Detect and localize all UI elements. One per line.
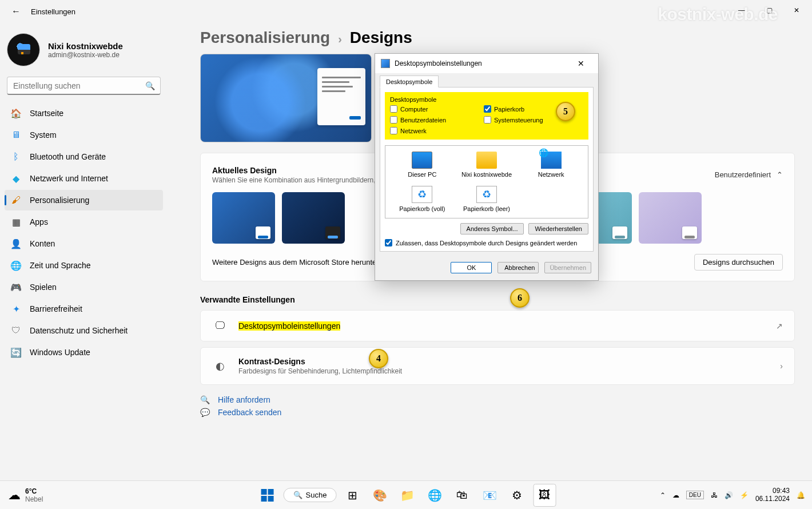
fieldset-title: Desktopsymbole	[390, 96, 583, 103]
allow-themes-checkbox[interactable]: Zulassen, dass Desktopsymbole durch Desi…	[385, 239, 588, 246]
contrast-icon: ◐	[212, 360, 228, 372]
annotation-4: 4	[369, 349, 388, 368]
desktop-icon-dialog: Desktopsymboleinstellungen ✕ Desktopsymb…	[375, 53, 599, 281]
nav-icon: ᛒ	[10, 151, 22, 162]
close-button[interactable]: ✕	[785, 2, 809, 18]
chevron-right-icon: ›	[338, 33, 342, 46]
battery-icon[interactable]: ⚡	[740, 491, 749, 499]
nav-icon: 🔄	[10, 347, 22, 358]
taskbar-search[interactable]: 🔍Suche	[284, 488, 337, 502]
sidebar-item-konten[interactable]: 👤Konten	[5, 233, 163, 254]
sidebar-item-barrierefreiheit[interactable]: ✦Barrierefreiheit	[5, 299, 163, 319]
user-email: admin@kostnix-web.de	[48, 51, 123, 59]
weather-icon: ☁	[8, 488, 21, 503]
sidebar-item-bluetooth-und-geräte[interactable]: ᛒBluetooth und Geräte	[5, 146, 163, 167]
nav-icon: 🖌	[10, 194, 22, 206]
sidebar-item-spielen[interactable]: 🎮Spielen	[5, 277, 163, 297]
network-icon[interactable]: 🖧	[711, 491, 718, 499]
dialog-close-button[interactable]: ✕	[570, 59, 592, 68]
change-icon-button[interactable]: Anderes Symbol...	[460, 223, 524, 234]
minimize-button[interactable]: ―	[730, 2, 754, 18]
breadcrumb-current: Designs	[350, 29, 412, 47]
explorer-icon[interactable]: 📁	[396, 484, 419, 507]
nav-icon: ◆	[10, 173, 22, 184]
search-icon: 🔍	[145, 81, 155, 90]
app-icon[interactable]: 🖼	[533, 484, 556, 507]
nav-icon: 🎮	[10, 281, 22, 293]
start-button[interactable]	[256, 484, 279, 507]
sidebar-item-apps[interactable]: ▦Apps	[5, 212, 163, 232]
checkbox-computer[interactable]: Computer	[390, 105, 481, 113]
checkbox-network[interactable]: Netzwerk	[390, 127, 481, 134]
desktop-icon-settings-row[interactable]: 🖵 Desktopsymboleinstellungen ↗	[200, 310, 795, 341]
dialog-icon	[381, 59, 390, 68]
theme-thumb[interactable]	[639, 192, 702, 244]
icon-bin-empty[interactable]: Papierkorb (leer)	[455, 186, 519, 212]
annotation-6: 6	[510, 288, 530, 308]
task-view-button[interactable]: ⊞	[341, 484, 364, 507]
outlook-icon[interactable]: 📧	[478, 484, 501, 507]
monitor-icon: 🖵	[212, 320, 228, 332]
nav-icon: ✦	[10, 303, 22, 315]
external-link-icon: ↗	[776, 321, 783, 331]
contrast-subtitle: Farbdesigns für Sehbehinderung, Lichtemp…	[238, 367, 402, 375]
maximize-button[interactable]: ▢	[757, 2, 781, 18]
onedrive-icon[interactable]: ☁	[672, 491, 679, 499]
help-icon: 🔍	[200, 395, 210, 404]
settings-icon[interactable]: ⚙	[505, 484, 528, 507]
restore-default-button[interactable]: Wiederherstellen	[528, 223, 588, 234]
nav-icon: ▦	[10, 216, 22, 228]
theme-thumb[interactable]	[282, 192, 345, 244]
language-indicator[interactable]: DEU	[686, 491, 704, 499]
browse-themes-button[interactable]: Designs durchsuchen	[694, 254, 783, 271]
search-input[interactable]	[7, 77, 161, 95]
sidebar-item-netzwerk-und-internet[interactable]: ◆Netzwerk und Internet	[5, 168, 163, 189]
expand-toggle[interactable]: Benutzerdefiniert ⌃	[715, 166, 783, 179]
nav-icon: 🛡	[10, 325, 22, 336]
back-button[interactable]: ←	[7, 4, 25, 19]
get-help-link[interactable]: 🔍 Hilfe anfordern	[200, 395, 795, 404]
window-controls: ― ▢ ✕	[730, 2, 809, 18]
icon-preview-well: Dieser PC Nixi kostnixwebde Netzwerk Pap…	[385, 145, 588, 218]
nav-icon: 🏠	[10, 108, 22, 119]
sidebar-item-zeit-und-sprache[interactable]: 🌐Zeit und Sprache	[5, 255, 163, 276]
volume-icon[interactable]: 🔊	[725, 491, 733, 499]
cancel-button[interactable]: Abbrechen	[497, 262, 539, 273]
chevron-up-icon: ⌃	[777, 170, 783, 179]
copilot-icon[interactable]: 🎨	[368, 484, 391, 507]
checkbox-userfiles[interactable]: Benutzerdateien	[390, 116, 481, 124]
contrast-designs-row[interactable]: ◐ Kontrast-Designs Farbdesigns für Sehbe…	[200, 347, 795, 385]
store-icon[interactable]: 🛍	[451, 484, 473, 507]
feedback-icon: 💬	[200, 408, 210, 417]
user-profile[interactable]: Nixi kostnixwebde admin@kostnix-web.de	[5, 29, 163, 74]
icon-this-pc[interactable]: Dieser PC	[390, 152, 455, 178]
sidebar-item-windows-update[interactable]: 🔄Windows Update	[5, 342, 163, 363]
theme-thumb[interactable]	[212, 192, 275, 244]
breadcrumb-parent[interactable]: Personalisierung	[200, 29, 330, 47]
tray-chevron-icon[interactable]: ⌃	[660, 491, 666, 499]
nav-list: 🏠Startseite🖥SystemᛒBluetooth und Geräte◆…	[5, 103, 163, 363]
apply-button[interactable]: Übernehmen	[544, 262, 591, 273]
icon-bin-full[interactable]: Papierkorb (voll)	[390, 186, 455, 212]
breadcrumb: Personalisierung › Designs	[200, 29, 795, 47]
more-themes-label: Weitere Designs aus dem Microsoft Store …	[212, 258, 397, 267]
ok-button[interactable]: OK	[451, 262, 492, 273]
sidebar: Nixi kostnixwebde admin@kostnix-web.de 🔍…	[0, 23, 169, 480]
sidebar-item-personalisierung[interactable]: 🖌Personalisierung	[5, 190, 163, 210]
dialog-tab[interactable]: Desktopsymbole	[380, 75, 439, 88]
sidebar-item-datenschutz-und-sicherheit[interactable]: 🛡Datenschutz und Sicherheit	[5, 320, 163, 341]
clock[interactable]: 09:43 06.11.2024	[755, 487, 790, 502]
nav-icon: 🖥	[10, 129, 22, 141]
sidebar-item-startseite[interactable]: 🏠Startseite	[5, 103, 163, 124]
feedback-link[interactable]: 💬 Feedback senden	[200, 408, 795, 417]
icon-network[interactable]: Netzwerk	[519, 152, 583, 178]
notification-icon[interactable]: 🔔	[797, 491, 805, 499]
nav-icon: 🌐	[10, 260, 22, 271]
sidebar-item-system[interactable]: 🖥System	[5, 125, 163, 145]
search-icon: 🔍	[293, 491, 302, 499]
chevron-right-icon: ›	[780, 361, 783, 371]
edge-icon[interactable]: 🌐	[423, 484, 446, 507]
weather-widget[interactable]: ☁ 6°C Nebel	[0, 487, 43, 503]
icon-user-files[interactable]: Nixi kostnixwebde	[455, 152, 519, 178]
window-title: Einstellungen	[31, 7, 75, 16]
